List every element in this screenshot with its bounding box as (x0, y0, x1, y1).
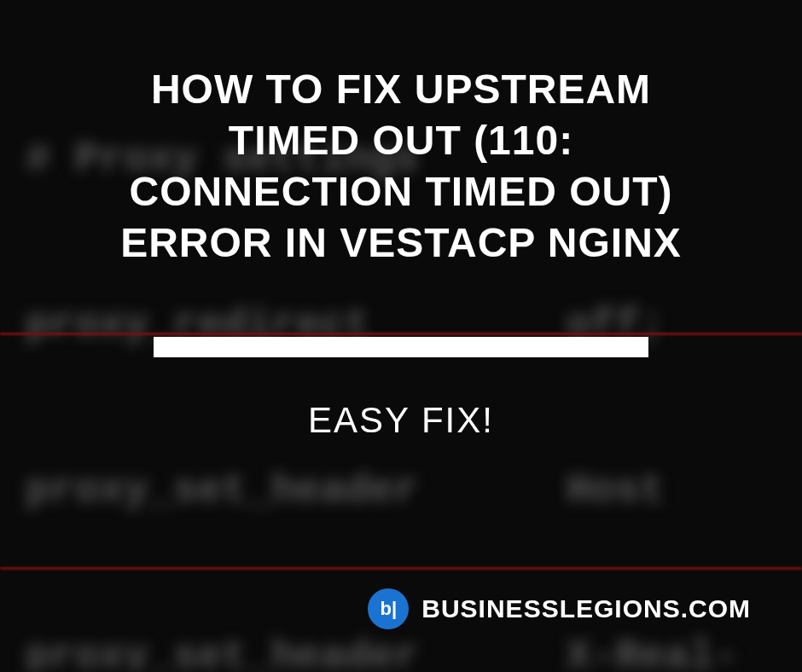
footer: b| BUSINESSLEGIONS.COM (368, 588, 751, 629)
subtitle: EASY FIX! (308, 400, 494, 441)
overlay-content: HOW TO FIX UPSTREAM TIMED OUT (110: CONN… (0, 0, 802, 672)
logo-icon: b| (368, 588, 409, 629)
divider-bar (154, 337, 648, 357)
site-name: BUSINESSLEGIONS.COM (421, 594, 751, 623)
main-title: HOW TO FIX UPSTREAM TIMED OUT (110: CONN… (94, 64, 708, 269)
logo-text: b| (380, 598, 397, 620)
